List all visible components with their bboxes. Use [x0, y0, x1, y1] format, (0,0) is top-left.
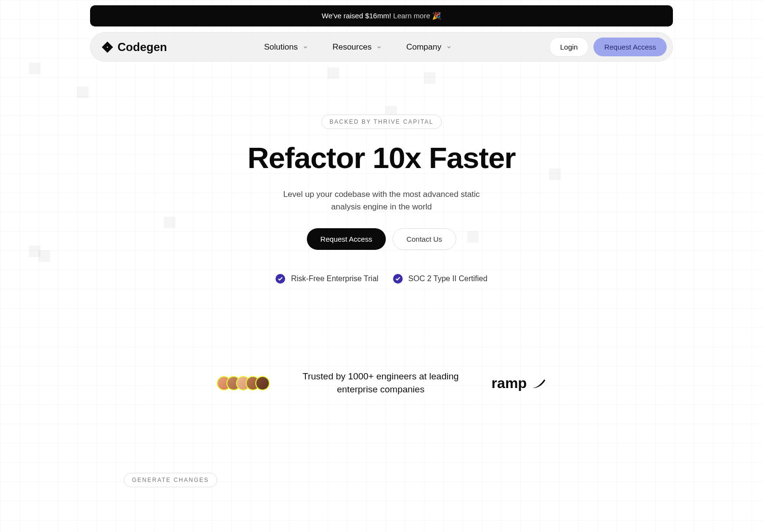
- badge-label: Risk-Free Enterprise Trial: [291, 274, 378, 283]
- check-circle-icon: [276, 274, 285, 284]
- brand-name: Codegen: [118, 40, 167, 54]
- announcement-link: Learn more: [393, 12, 430, 20]
- contact-us-button[interactable]: Contact Us: [393, 228, 456, 250]
- avatar-group: [217, 376, 270, 390]
- hero-request-access-button[interactable]: Request Access: [307, 228, 386, 250]
- backed-by-pill: BACKED BY THRIVE CAPITAL: [321, 115, 442, 129]
- chevron-down-icon: [303, 44, 308, 50]
- party-popper-icon: 🎉: [432, 12, 441, 20]
- badge-label: SOC 2 Type II Certified: [408, 274, 487, 283]
- announcement-bar[interactable]: We've raised $16mm! Learn more 🎉: [90, 5, 673, 26]
- chevron-down-icon: [446, 44, 452, 50]
- hero-section: BACKED BY THRIVE CAPITAL Refactor 10x Fa…: [90, 62, 673, 284]
- partner-logo-ramp: ramp: [491, 375, 546, 391]
- nav-item-company[interactable]: Company: [406, 42, 452, 52]
- trust-badge-trial: Risk-Free Enterprise Trial: [276, 274, 378, 284]
- nav-label: Solutions: [264, 42, 298, 52]
- generate-changes-pill: GENERATE CHANGES: [124, 473, 217, 487]
- request-access-button[interactable]: Request Access: [593, 38, 667, 56]
- logo-icon: [101, 41, 114, 53]
- social-proof-section: Trusted by 1000+ engineers at leading en…: [90, 370, 673, 396]
- hero-subtitle: Level up your codebase with the most adv…: [280, 188, 483, 213]
- nav-label: Company: [406, 42, 441, 52]
- logo[interactable]: Codegen: [101, 40, 167, 54]
- section-tag-container: GENERATE CHANGES: [124, 473, 673, 499]
- svg-point-0: [106, 46, 108, 48]
- login-button[interactable]: Login: [549, 37, 589, 57]
- chevron-down-icon: [376, 44, 382, 50]
- check-circle-icon: [393, 274, 403, 284]
- hero-title: Refactor 10x Faster: [90, 141, 673, 175]
- nav-actions: Login Request Access: [549, 37, 667, 57]
- announcement-text: We've raised $16mm!: [322, 12, 391, 20]
- navbar: Codegen Solutions Resources Company Logi…: [90, 32, 673, 62]
- avatar: [255, 376, 270, 390]
- partner-name: ramp: [491, 375, 526, 391]
- nav-item-solutions[interactable]: Solutions: [264, 42, 308, 52]
- nav-item-resources[interactable]: Resources: [332, 42, 382, 52]
- trust-badges: Risk-Free Enterprise Trial SOC 2 Type II…: [90, 274, 673, 284]
- hero-buttons: Request Access Contact Us: [90, 228, 673, 250]
- trust-badge-soc2: SOC 2 Type II Certified: [393, 274, 487, 284]
- social-proof-text: Trusted by 1000+ engineers at leading en…: [299, 370, 462, 396]
- nav-menu: Solutions Resources Company: [264, 42, 452, 52]
- nav-label: Resources: [332, 42, 371, 52]
- ramp-icon: [532, 377, 546, 389]
